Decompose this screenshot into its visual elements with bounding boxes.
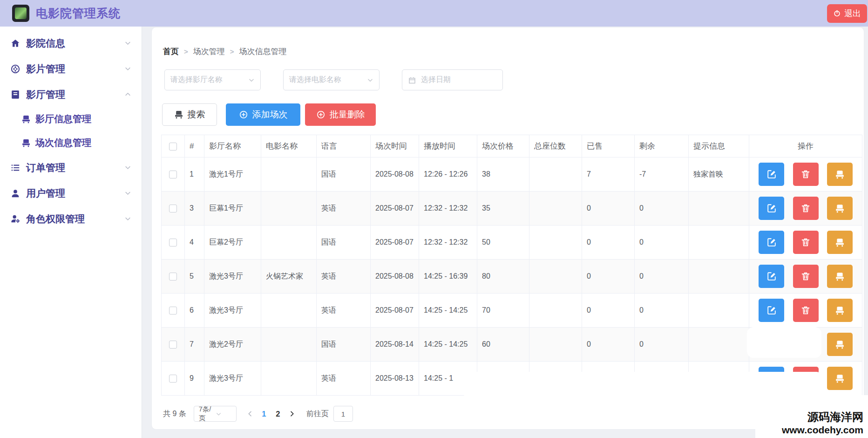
- cell-play-time: 14:25 - 16:39: [419, 260, 477, 294]
- main-content-card: 首页 > 场次管理 > 场次信息管理 请选择影厅名称 请选择电影名称 选择日期: [151, 27, 864, 430]
- cell-movie-name: 火锅艺术家: [261, 260, 317, 294]
- delete-button[interactable]: [793, 231, 819, 254]
- sidebar-item-cinema-info[interactable]: 影院信息: [0, 30, 142, 56]
- add-session-button[interactable]: 添加场次: [226, 103, 300, 126]
- user-gear-icon: [10, 214, 20, 224]
- seats-button[interactable]: [827, 299, 853, 322]
- sidebar-item-film-mgmt[interactable]: 影片管理: [0, 56, 142, 82]
- edit-button[interactable]: [759, 231, 784, 254]
- goto-page-input[interactable]: 1: [333, 406, 353, 422]
- column-header-date: 场次时间: [371, 135, 419, 157]
- column-header-language: 语言: [317, 135, 371, 157]
- batch-delete-button[interactable]: 批量删除: [305, 103, 376, 126]
- hall-select-placeholder: 请选择影厅名称: [170, 75, 248, 85]
- cell-index: 7: [185, 328, 204, 362]
- edit-icon: [766, 203, 777, 213]
- prev-page-button[interactable]: [243, 406, 257, 422]
- cell-index: 6: [185, 294, 204, 328]
- delete-button[interactable]: [793, 299, 819, 322]
- row-checkbox[interactable]: [169, 273, 177, 281]
- hall-name-select[interactable]: 请选择影厅名称: [164, 69, 261, 90]
- sidebar-item-hall-mgmt[interactable]: 影厅管理: [0, 82, 142, 107]
- row-checkbox[interactable]: [169, 171, 177, 178]
- breadcrumb-home[interactable]: 首页: [163, 46, 179, 57]
- sidebar-item-label: 影片管理: [26, 62, 65, 75]
- page-number-1[interactable]: 1: [257, 406, 271, 422]
- page-number-2[interactable]: 2: [271, 406, 285, 422]
- cell-hall-name: 激光3号厅: [204, 260, 261, 294]
- table-row: 5 激光3号厅 火锅艺术家 英语 2025-08-08 14:25 - 16:3…: [162, 260, 862, 294]
- cell-hall-name: 激光1号厅: [204, 157, 261, 192]
- sidebar-item-session-info-mgmt[interactable]: 场次信息管理: [0, 131, 142, 155]
- column-header-index: #: [185, 135, 204, 157]
- search-button[interactable]: 搜索: [162, 103, 217, 126]
- app-logo: [12, 5, 29, 22]
- cell-movie-name: [261, 328, 317, 362]
- edit-button[interactable]: [759, 197, 784, 220]
- cell-play-time: 12:32 - 12:32: [419, 192, 477, 226]
- edit-button[interactable]: [759, 163, 784, 186]
- cell-tip: [689, 192, 749, 226]
- cell-session-date: 2025-08-07: [371, 226, 419, 260]
- edit-icon: [766, 169, 777, 179]
- edit-button[interactable]: [759, 299, 784, 322]
- cell-language: 国语: [317, 226, 371, 260]
- cell-remain: 0: [635, 328, 689, 362]
- power-icon: [833, 9, 841, 17]
- sidebar-item-order-mgmt[interactable]: 订单管理: [0, 155, 142, 180]
- column-header-price: 场次价格: [477, 135, 529, 157]
- trash-icon: [800, 237, 811, 247]
- cell-language: 英语: [317, 192, 371, 226]
- sidebar: 影院信息 影片管理 影厅管理 影厅信息管理 场次信息管理: [0, 27, 142, 438]
- delete-button[interactable]: [793, 163, 819, 186]
- logout-button[interactable]: 退出: [827, 4, 867, 23]
- cell-index: 3: [185, 192, 204, 226]
- row-checkbox[interactable]: [169, 239, 177, 246]
- cell-movie-name: [261, 362, 317, 396]
- edit-button[interactable]: [759, 265, 784, 288]
- cell-language: 国语: [317, 328, 371, 362]
- movie-name-select[interactable]: 请选择电影名称: [283, 69, 380, 90]
- trash-icon: [800, 271, 811, 281]
- hall-icon: [10, 89, 20, 100]
- list-icon: [10, 163, 20, 173]
- page-size-select[interactable]: 7条/页: [194, 406, 237, 422]
- seat-icon: [835, 374, 845, 383]
- seats-button[interactable]: [827, 163, 853, 186]
- cell-sold: 0: [582, 260, 635, 294]
- seats-button[interactable]: [827, 231, 853, 254]
- seat-icon: [174, 110, 183, 119]
- seats-button[interactable]: [827, 265, 853, 288]
- row-checkbox[interactable]: [169, 307, 177, 315]
- row-checkbox[interactable]: [169, 341, 177, 349]
- select-all-checkbox[interactable]: [169, 143, 177, 151]
- table-row: 3 巨幕1号厅 英语 2025-08-07 12:32 - 12:32 35 0…: [162, 192, 862, 226]
- row-checkbox[interactable]: [169, 205, 177, 212]
- next-page-button[interactable]: [285, 406, 299, 422]
- table-row: 4 巨幕2号厅 国语 2025-08-07 12:32 - 12:32 50 0…: [162, 226, 862, 260]
- row-checkbox[interactable]: [169, 375, 177, 383]
- sidebar-item-user-mgmt[interactable]: 用户管理: [0, 180, 142, 206]
- cell-session-date: 2025-08-08: [371, 157, 419, 192]
- delete-button[interactable]: [793, 197, 819, 220]
- column-header-remain: 剩余: [635, 135, 689, 157]
- sidebar-item-label: 场次信息管理: [35, 137, 91, 149]
- sidebar-item-hall-info-mgmt[interactable]: 影厅信息管理: [0, 107, 142, 131]
- date-picker[interactable]: 选择日期: [402, 69, 503, 90]
- seats-button[interactable]: [827, 333, 853, 356]
- cell-hall-name: 激光2号厅: [204, 328, 261, 362]
- cell-total-seats: [529, 260, 582, 294]
- delete-button[interactable]: [793, 265, 819, 288]
- cell-index: 5: [185, 260, 204, 294]
- cell-hall-name: 巨幕1号厅: [204, 192, 261, 226]
- cell-total-seats: [529, 226, 582, 260]
- cell-total-seats: [529, 328, 582, 362]
- breadcrumb-session-mgmt[interactable]: 场次管理: [193, 46, 225, 57]
- seat-icon: [835, 238, 845, 247]
- sidebar-item-role-permission-mgmt[interactable]: 角色权限管理: [0, 206, 142, 232]
- column-header-time: 播放时间: [419, 135, 477, 157]
- sidebar-item-label: 影院信息: [26, 37, 65, 50]
- seats-button[interactable]: [827, 367, 853, 390]
- table-header-row: # 影厅名称 电影名称 语言 场次时间 播放时间 场次价格 总座位数 已售 剩余…: [162, 135, 862, 157]
- seats-button[interactable]: [827, 197, 853, 220]
